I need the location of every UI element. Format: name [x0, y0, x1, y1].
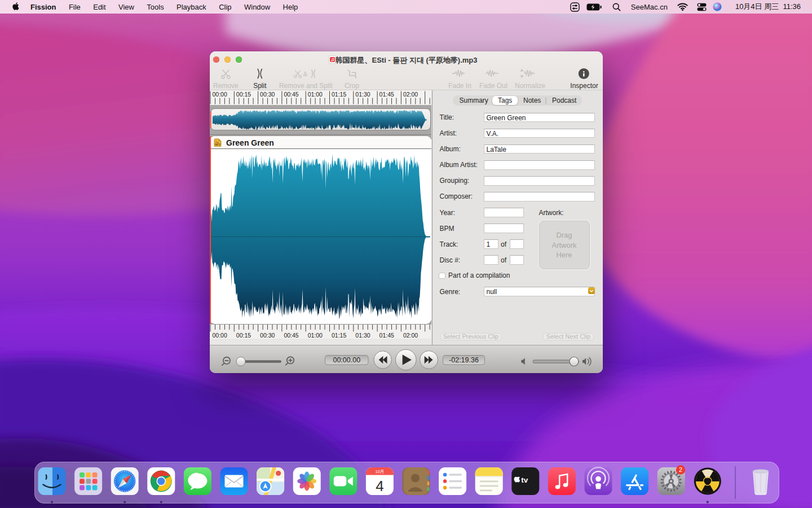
- svg-text:00:00.00: 00:00.00: [333, 356, 360, 364]
- svg-text:-02:19.36: -02:19.36: [449, 356, 479, 364]
